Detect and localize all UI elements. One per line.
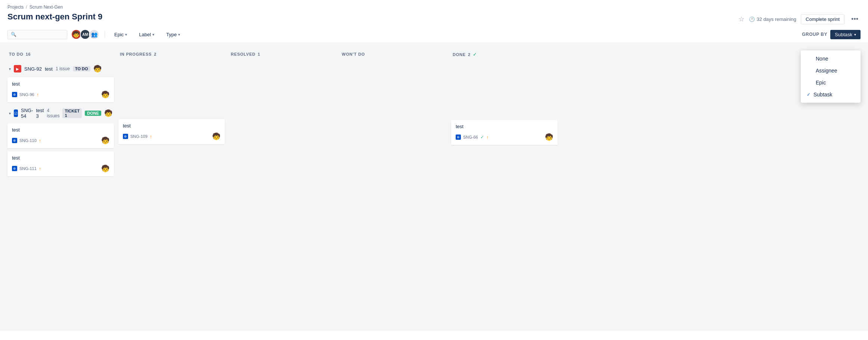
complete-sprint-button[interactable]: Complete sprint	[801, 14, 844, 24]
search-box: 🔍	[7, 30, 67, 39]
group-sublabel: test	[45, 66, 53, 72]
time-remaining: 🕐 32 days remaining	[749, 16, 796, 22]
card-title: test	[12, 127, 109, 133]
card-footer: ⊕ SNG-111 ↑ 🧒	[12, 164, 109, 173]
card-title: test	[12, 81, 109, 87]
group-avatar: 🧒	[93, 65, 102, 73]
column-label: WON'T DO	[342, 52, 365, 56]
priority-icon: ↑	[486, 135, 489, 140]
column-count: 2	[468, 52, 471, 57]
group-issues-count: 1 issue	[56, 66, 70, 71]
dropdown-item-subtask[interactable]: ✓Subtask	[801, 89, 861, 101]
group-spacer	[451, 63, 558, 77]
label-filter-button[interactable]: Label ▾	[135, 30, 158, 40]
card-type-icon: ⊕	[12, 138, 17, 143]
priority-icon: ↑	[37, 92, 39, 98]
header: Projects / Scrum Next-Gen Scrum next-gen…	[0, 0, 868, 43]
empty-card-area	[340, 76, 447, 106]
priority-icon: ↑	[39, 138, 41, 143]
card-SNG-109[interactable]: test ⊕ SNG-109 ↑ 🧒	[118, 119, 225, 144]
card-type-icon: ⊕	[456, 135, 461, 140]
page-title: Scrum next-gen Sprint 9	[7, 12, 102, 22]
column-header-done: DONE 2 ✓	[451, 49, 558, 60]
card-footer: ⊕ SNG-66 ✓ ↑ 🧒	[456, 133, 553, 141]
group-sublabel: test 3	[36, 108, 44, 119]
clock-icon: 🕐	[749, 16, 755, 22]
empty-card-area	[229, 76, 336, 106]
groupby-dropdown: NoneAssigneeEpic✓Subtask	[801, 50, 861, 103]
column-header-resolved: RESOLVED 1	[229, 49, 336, 59]
column-header-todo: TO DO 16	[7, 49, 114, 59]
board: TO DO 16 ▾ ▶ SNG-92 test 1 issue TO DO 🧒…	[0, 43, 868, 331]
card-id: SNG-96	[19, 92, 34, 97]
group-spacer	[340, 106, 447, 119]
type-chevron-icon: ▾	[178, 33, 180, 37]
column-count: 2	[154, 52, 156, 56]
card-type-icon: ⊕	[123, 134, 128, 139]
epic-filter-button[interactable]: Epic ▾	[110, 30, 131, 40]
dropdown-item-none[interactable]: None	[801, 53, 861, 65]
dropdown-item-assignee[interactable]: Assignee	[801, 65, 861, 77]
group-icon: ▶	[14, 65, 21, 72]
type-filter-button[interactable]: Type ▾	[162, 30, 184, 40]
empty-card-area	[229, 119, 336, 149]
avatar-group: 🧒 AM 👥	[71, 29, 99, 40]
card-SNG-66[interactable]: test ⊕ SNG-66 ✓ ↑ 🧒	[451, 120, 558, 145]
toolbar-divider	[105, 31, 105, 38]
column-label: RESOLVED	[231, 52, 255, 56]
group-chevron-icon: ▾	[9, 111, 11, 115]
card-footer: ⊕ SNG-96 ↑ 🧒	[12, 90, 109, 99]
dropdown-item-label: None	[816, 56, 828, 62]
card-SNG-96[interactable]: test ⊕ SNG-96 ↑ 🧒	[7, 77, 114, 102]
star-icon[interactable]: ☆	[738, 15, 744, 23]
group-row-sng92[interactable]: ▾ ▶ SNG-92 test 1 issue TO DO 🧒	[7, 62, 114, 75]
card-title: test	[456, 124, 553, 129]
avatar-add[interactable]: 👥	[89, 29, 99, 40]
column-header-inprogress: IN PROGRESS 2	[118, 49, 225, 59]
group-id-label: SNG-54	[21, 108, 33, 119]
group-spacer	[229, 106, 336, 119]
column-label: TO DO	[9, 52, 24, 56]
group-chevron-icon: ▾	[9, 67, 11, 71]
group-badge: TO DO	[73, 66, 90, 71]
breadcrumb-separator: /	[26, 4, 27, 10]
card-SNG-111[interactable]: test ⊕ SNG-111 ↑ 🧒	[7, 151, 114, 176]
empty-card-area	[451, 77, 558, 106]
group-badge2: DONE	[85, 111, 101, 116]
card-avatar: 🧒	[101, 164, 109, 173]
breadcrumb-sprint[interactable]: Scrum Next-Gen	[30, 4, 63, 10]
check-icon: ✓	[807, 92, 810, 97]
more-options-button[interactable]: •••	[849, 14, 861, 25]
dropdown-item-label: Epic	[816, 80, 826, 86]
card-id: SNG-111	[19, 166, 37, 171]
group-spacer	[451, 106, 558, 120]
group-spacer	[340, 62, 447, 76]
breadcrumb-projects[interactable]: Projects	[7, 4, 24, 10]
empty-card-area	[118, 76, 225, 106]
column-header-wontdo: WON'T DO	[340, 49, 447, 59]
group-id-label: SNG-92	[24, 66, 42, 72]
epic-label: Epic	[114, 32, 124, 37]
column-wontdo: WON'T DO	[340, 49, 447, 325]
search-input[interactable]	[18, 32, 63, 37]
dropdown-item-epic[interactable]: Epic	[801, 77, 861, 89]
group-spacer	[118, 106, 225, 119]
column-count: 16	[26, 52, 31, 56]
column-label: DONE	[453, 52, 466, 57]
group-row-sng54[interactable]: ▾ ☑ SNG-54 test 3 4 issues TICKET 1 DONE…	[7, 105, 114, 121]
card-id: SNG-66	[463, 135, 478, 139]
label-label: Label	[139, 32, 151, 37]
card-type-icon: ⊕	[12, 166, 17, 171]
dropdown-item-label: Subtask	[813, 92, 833, 98]
groupby-label: GROUP BY	[802, 32, 827, 37]
groupby-button[interactable]: Subtask ▾	[830, 30, 861, 39]
card-id: SNG-109	[130, 134, 148, 139]
card-avatar: 🧒	[545, 133, 553, 141]
card-avatar: 🧒	[101, 136, 109, 145]
card-avatar: 🧒	[212, 132, 220, 140]
priority-icon: ↑	[150, 134, 152, 139]
card-SNG-110[interactable]: test ⊕ SNG-110 ↑ 🧒	[7, 123, 114, 148]
type-label: Type	[166, 32, 177, 37]
search-icon: 🔍	[11, 32, 16, 37]
empty-card-area	[340, 119, 447, 149]
